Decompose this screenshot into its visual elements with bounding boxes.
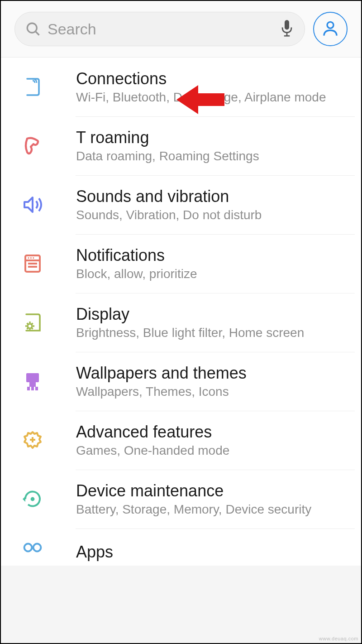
item-text: Advanced features Games, One-handed mode <box>76 423 348 458</box>
item-text: Notifications Block, allow, prioritize <box>76 246 348 281</box>
svg-rect-22 <box>26 373 39 382</box>
settings-item-sounds[interactable]: Sounds and vibration Sounds, Vibration, … <box>1 175 361 234</box>
item-subtitle: Wallpapers, Themes, Icons <box>76 384 348 399</box>
settings-item-wallpapers[interactable]: Wallpapers and themes Wallpapers, Themes… <box>1 352 361 411</box>
apps-icon <box>20 540 45 566</box>
item-subtitle: Brightness, Blue light filter, Home scre… <box>76 326 348 340</box>
item-title: Device maintenance <box>76 481 348 500</box>
item-subtitle: Block, allow, prioritize <box>76 267 348 281</box>
svg-point-8 <box>28 257 29 259</box>
connections-icon <box>20 74 45 100</box>
svg-point-10 <box>33 257 34 259</box>
item-subtitle: Wi-Fi, Bluetooth, Data usage, Airplane m… <box>76 90 348 105</box>
item-title: Wallpapers and themes <box>76 364 348 383</box>
settings-item-roaming[interactable]: T roaming Data roaming, Roaming Settings <box>1 116 361 175</box>
svg-point-32 <box>33 544 41 552</box>
item-text: Apps <box>76 543 348 563</box>
display-icon <box>20 310 45 335</box>
svg-point-9 <box>30 257 32 259</box>
svg-rect-26 <box>35 387 38 390</box>
item-text: T roaming Data roaming, Roaming Settings <box>76 128 348 163</box>
roaming-icon <box>20 133 45 159</box>
settings-item-connections[interactable]: Connections Wi-Fi, Bluetooth, Data usage… <box>1 58 361 116</box>
svg-rect-2 <box>285 20 289 29</box>
settings-list: Connections Wi-Fi, Bluetooth, Data usage… <box>1 58 361 566</box>
svg-rect-24 <box>27 387 30 390</box>
item-text: Sounds and vibration Sounds, Vibration, … <box>76 187 348 222</box>
settings-item-apps[interactable]: Apps <box>1 529 361 566</box>
watermark: www.deuaq.com <box>319 636 358 641</box>
item-title: T roaming <box>76 128 348 147</box>
item-title: Advanced features <box>76 423 348 442</box>
item-text: Device maintenance Battery, Storage, Mem… <box>76 481 348 517</box>
svg-line-18 <box>27 323 28 324</box>
settings-item-display[interactable]: Display Brightness, Blue light filter, H… <box>1 293 361 352</box>
search-bar[interactable]: Search <box>14 12 305 46</box>
svg-rect-25 <box>31 387 34 390</box>
item-text: Wallpapers and themes Wallpapers, Themes… <box>76 364 348 399</box>
item-title: Apps <box>76 543 348 562</box>
item-subtitle: Games, One-handed mode <box>76 443 348 458</box>
notifications-icon <box>20 251 45 276</box>
svg-point-0 <box>27 23 37 33</box>
svg-line-20 <box>27 328 28 329</box>
search-placeholder: Search <box>48 20 280 38</box>
sound-icon <box>20 192 45 217</box>
item-subtitle: Data roaming, Roaming Settings <box>76 149 348 163</box>
svg-rect-23 <box>29 382 36 387</box>
svg-point-31 <box>24 544 32 552</box>
settings-item-maintenance[interactable]: Device maintenance Battery, Storage, Mem… <box>1 470 361 529</box>
settings-item-notifications[interactable]: Notifications Block, allow, prioritize <box>1 234 361 293</box>
svg-point-5 <box>327 22 333 28</box>
item-title: Notifications <box>76 246 348 265</box>
item-subtitle: Sounds, Vibration, Do not disturb <box>76 208 348 222</box>
item-text: Connections Wi-Fi, Bluetooth, Data usage… <box>76 69 348 105</box>
profile-button[interactable] <box>313 12 348 46</box>
mic-icon[interactable] <box>280 19 295 38</box>
header-row: Search <box>1 1 361 58</box>
item-text: Display Brightness, Blue light filter, H… <box>76 305 348 340</box>
svg-point-30 <box>31 497 35 501</box>
advanced-icon <box>20 428 45 453</box>
svg-line-21 <box>32 323 33 324</box>
search-icon <box>25 21 41 37</box>
svg-marker-29 <box>23 496 25 502</box>
settings-item-advanced[interactable]: Advanced features Games, One-handed mode <box>1 411 361 470</box>
item-title: Display <box>76 305 348 324</box>
maintenance-icon <box>20 486 45 512</box>
svg-point-13 <box>28 324 32 328</box>
item-title: Connections <box>76 69 348 88</box>
svg-line-19 <box>32 328 33 329</box>
item-title: Sounds and vibration <box>76 187 348 206</box>
item-subtitle: Battery, Storage, Memory, Device securit… <box>76 502 348 517</box>
profile-icon <box>321 19 339 39</box>
svg-line-1 <box>36 32 39 35</box>
wallpaper-icon <box>20 369 45 394</box>
